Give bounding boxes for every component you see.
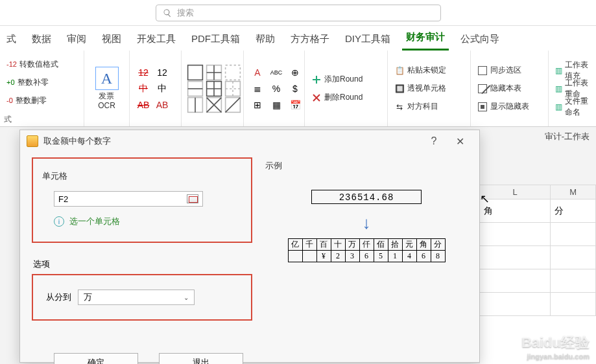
- digit-header: 仟: [359, 239, 374, 251]
- border-plus-icon[interactable]: [206, 65, 222, 80]
- tab-fanggezi[interactable]: 方方格子: [287, 33, 333, 51]
- plus-box-icon[interactable]: ⊕: [287, 65, 304, 80]
- digit-value: 6: [416, 251, 431, 262]
- cmd-sync-sel[interactable]: 同步选区: [476, 63, 530, 78]
- letter-a-small-icon[interactable]: A: [249, 65, 266, 80]
- cmd-show-hidden[interactable]: 显示隐藏表: [476, 99, 530, 115]
- help-button[interactable]: ?: [421, 135, 447, 147]
- cmd-to-number[interactable]: -12转数值格式: [5, 56, 60, 72]
- strike-ab-icon[interactable]: AB: [135, 98, 152, 112]
- ok-button[interactable]: 确定: [54, 353, 138, 364]
- svg-rect-2: [226, 65, 241, 80]
- cmd-int-pad[interactable]: +0整数补零: [5, 74, 60, 90]
- sync-icon: [477, 65, 488, 76]
- digit-value: 2: [331, 251, 345, 262]
- cmd-del-round[interactable]: 删除Round: [310, 90, 364, 106]
- digit-header: 角: [416, 239, 431, 251]
- cmd-file-rename[interactable]: ▥文件重命名: [554, 99, 591, 115]
- tab-pdf[interactable]: PDF工具箱: [187, 33, 244, 51]
- label-from: 从分到: [46, 291, 71, 303]
- cell-empty[interactable]: [480, 293, 551, 316]
- fill-icon: ▥: [555, 65, 562, 76]
- search-box[interactable]: 搜索: [156, 5, 441, 21]
- digit-value: [288, 251, 302, 262]
- val-ab[interactable]: AB: [154, 98, 171, 112]
- cmd-sheet-fill[interactable]: ▥工作表填充: [554, 63, 591, 78]
- cmd-hide-sheet[interactable]: 隐藏本表: [476, 81, 530, 97]
- cancel-button[interactable]: 退出: [159, 353, 243, 364]
- tab-devtools[interactable]: 开发工具: [133, 33, 180, 51]
- cell-L-jiao[interactable]: 角: [480, 199, 551, 223]
- cell-empty[interactable]: [480, 269, 551, 293]
- percent-icon[interactable]: %: [268, 82, 285, 96]
- strike-zhong-icon[interactable]: 中: [135, 82, 152, 96]
- border-dot-icon[interactable]: [224, 65, 241, 80]
- close-button[interactable]: ✕: [447, 135, 473, 148]
- ribbon-tabs: 式 数据 审阅 视图 开发工具 PDF工具箱 帮助 方方格子 DIY工具箱 财务…: [0, 26, 596, 51]
- col-header-M[interactable]: M: [551, 185, 596, 199]
- col-header-L[interactable]: L: [480, 185, 551, 199]
- grid-icon[interactable]: ⊞: [249, 98, 266, 112]
- cell-empty[interactable]: [551, 246, 596, 269]
- border-all-icon[interactable]: [206, 82, 222, 96]
- tab-formula[interactable]: 式: [3, 33, 20, 51]
- dollar-icon[interactable]: $: [287, 82, 304, 96]
- cell-empty[interactable]: [551, 223, 596, 246]
- border-h-icon[interactable]: [187, 82, 204, 96]
- tab-view[interactable]: 视图: [98, 33, 125, 51]
- example-number: 236514.68: [311, 190, 422, 204]
- input-cell-ref[interactable]: F2: [54, 191, 203, 207]
- digit-header: 百: [316, 239, 331, 251]
- range-picker-icon[interactable]: [187, 194, 198, 203]
- tab-audit[interactable]: 财务审计: [402, 31, 449, 51]
- cell-value: F2: [58, 194, 68, 204]
- cell-M-fen[interactable]: 分: [551, 199, 596, 223]
- calendar-icon[interactable]: 📅: [287, 98, 304, 112]
- cell-empty[interactable]: [551, 269, 596, 293]
- grid2-icon[interactable]: ▦: [268, 98, 285, 112]
- border-cross-icon[interactable]: [206, 98, 222, 112]
- border-v-icon[interactable]: [187, 98, 204, 112]
- tab-review[interactable]: 审阅: [63, 33, 90, 51]
- cell-empty[interactable]: [551, 293, 596, 316]
- tab-help[interactable]: 帮助: [252, 33, 279, 51]
- cmd-pivot-cell[interactable]: 🔲透视单元格: [393, 81, 447, 97]
- svg-rect-5: [226, 81, 241, 96]
- file-icon: ▥: [555, 102, 562, 112]
- digit-value: 5: [374, 251, 388, 262]
- dialog-titlebar[interactable]: 取金额中每个数字 ? ✕: [20, 130, 479, 152]
- border-full-dot-icon[interactable]: [224, 82, 241, 96]
- strike-grid: 12 12 中 中 AB AB: [135, 65, 171, 112]
- border-outer-icon[interactable]: [187, 65, 204, 80]
- abc-icon[interactable]: ABC: [268, 65, 285, 80]
- cmd-invoice-ocr[interactable]: A 发票 OCR: [89, 67, 124, 110]
- digit-value: [302, 251, 316, 262]
- tab-diy[interactable]: DIY工具箱: [341, 33, 394, 51]
- cmd-int-trim[interactable]: -0整数删零: [5, 93, 60, 108]
- info-icon: i: [54, 216, 64, 227]
- plus-icon: [311, 74, 322, 85]
- digit-header: 佰: [374, 239, 388, 251]
- digit-value: 1: [388, 251, 402, 262]
- letter-a-icon: A: [95, 67, 119, 90]
- strike-12-icon[interactable]: 12: [135, 65, 152, 80]
- cmd-counter-account[interactable]: ⇆对方科目: [393, 99, 447, 115]
- cmd-sheet-rename[interactable]: ▥工作表重命: [554, 81, 591, 97]
- cell-empty[interactable]: [480, 246, 551, 269]
- cell-empty[interactable]: [480, 223, 551, 246]
- cmd-paste-unlock[interactable]: 📋粘贴未锁定: [393, 63, 447, 78]
- cmd-add-round[interactable]: 添加Round: [310, 72, 364, 87]
- clipboard-icon: 📋: [394, 65, 405, 76]
- select-unit[interactable]: 万 ⌄: [78, 290, 195, 305]
- border-diag-icon[interactable]: [224, 98, 241, 112]
- list-icon[interactable]: ≣: [249, 82, 266, 96]
- border-grid: [187, 65, 241, 112]
- search-icon: [163, 8, 172, 17]
- val-12[interactable]: 12: [154, 65, 171, 80]
- svg-rect-0: [188, 65, 203, 80]
- tab-data[interactable]: 数据: [28, 33, 55, 51]
- digit-header: 十: [331, 239, 345, 251]
- tab-formula-guide[interactable]: 公式向导: [457, 33, 503, 51]
- worksheet[interactable]: L M 角 分: [480, 148, 596, 364]
- val-zhong[interactable]: 中: [154, 82, 171, 96]
